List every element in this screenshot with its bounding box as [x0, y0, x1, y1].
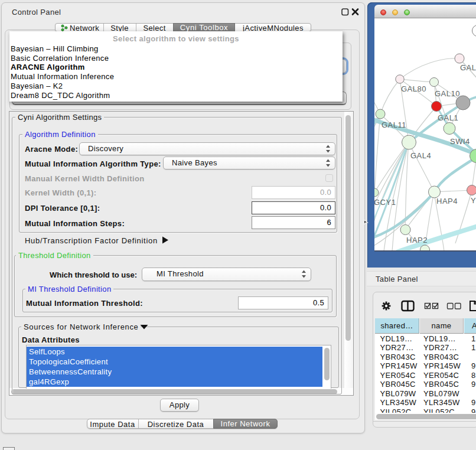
svg-text:GAL11: GAL11 [382, 120, 406, 129]
svg-text:GCY1: GCY1 [374, 198, 396, 207]
svg-text:GAL4: GAL4 [410, 151, 431, 160]
svg-text:GAL2: GAL2 [460, 63, 476, 72]
svg-text:HAP4: HAP4 [436, 197, 458, 206]
svg-text:GAL1: GAL1 [438, 113, 458, 122]
svg-text:YK: YK [471, 196, 476, 205]
svg-text:SWI4: SWI4 [450, 137, 470, 146]
svg-text:GAL10: GAL10 [435, 89, 460, 98]
svg-text:GAL80: GAL80 [401, 84, 426, 93]
svg-text:HAP2: HAP2 [406, 236, 428, 244]
